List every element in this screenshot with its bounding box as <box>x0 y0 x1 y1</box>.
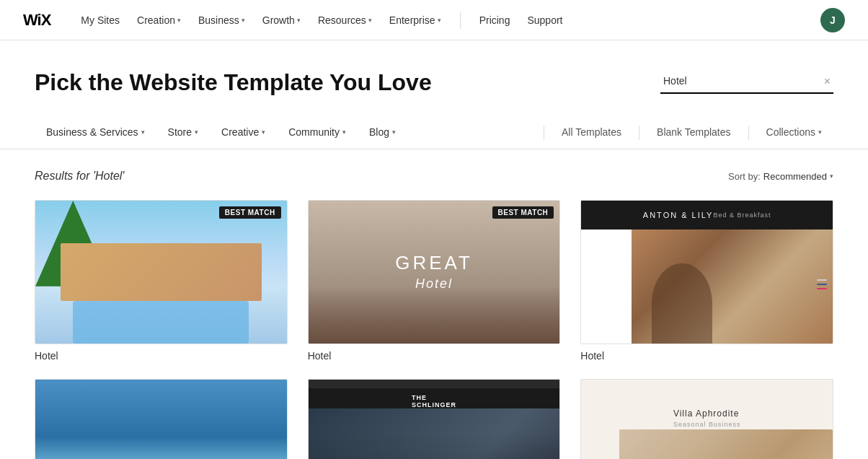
decoration: Villa AphroditeSeasonal Business <box>673 408 741 429</box>
decoration <box>817 279 827 289</box>
template-card[interactable]: GREAT Hotel BEST MATCH Hotel <box>308 200 561 362</box>
template-thumbnail: Villa AphroditeSeasonal Business YOUR PR… <box>580 379 833 459</box>
best-match-badge: BEST MATCH <box>219 206 281 219</box>
results-area: Results for 'Hotel' Sort by: Recommended… <box>0 149 868 459</box>
decoration <box>61 243 262 300</box>
template-card[interactable]: ANTON & LILYBed & Breakfast Hotel <box>580 200 833 362</box>
chevron-down-icon: ▾ <box>262 128 265 136</box>
template-card[interactable]: Villa AphroditeSeasonal Business YOUR PR… <box>580 379 833 459</box>
template-card[interactable]: LAGUNA RESORT LIKE IT SHOULD BE. Laguna … <box>35 379 288 459</box>
all-templates-tab[interactable]: All Templates <box>550 116 633 149</box>
template-thumbnail: LAGUNA RESORT LIKE IT SHOULD BE. <box>35 379 288 459</box>
decoration <box>309 287 560 344</box>
chevron-down-icon: ▾ <box>177 17 181 24</box>
nav-pricing[interactable]: Pricing <box>472 9 518 32</box>
cat-blog[interactable]: Blog ▾ <box>358 116 407 149</box>
best-match-badge: BEST MATCH <box>492 206 554 219</box>
template-thumbnail: GREAT Hotel BEST MATCH <box>308 200 561 344</box>
cat-store[interactable]: Store ▾ <box>156 116 210 149</box>
chevron-down-icon: ▾ <box>141 128 145 136</box>
hero-section: Pick the Website Template You Love × <box>0 40 868 116</box>
template-thumbnail: THESCHLINGERHOTEL <box>308 379 561 459</box>
chevron-down-icon: ▾ <box>195 128 198 136</box>
page-title: Pick the Website Template You Love <box>35 69 432 96</box>
nav-divider <box>460 12 461 29</box>
category-nav-left: Business & Services ▾ Store ▾ Creative ▾… <box>35 116 538 149</box>
decoration: ANTON & LILYBed & Breakfast <box>581 201 833 230</box>
template-card[interactable]: THESCHLINGERHOTEL Hotel <box>308 379 561 459</box>
decoration <box>73 301 249 344</box>
collections-tab[interactable]: Collections ▾ <box>755 116 833 149</box>
template-name: Hotel <box>308 350 561 362</box>
chevron-down-icon: ▾ <box>438 17 441 24</box>
nav-business[interactable]: Business ▾ <box>191 9 252 32</box>
template-name: Hotel <box>580 350 833 362</box>
cat-creative[interactable]: Creative ▾ <box>210 116 277 149</box>
cat-divider <box>748 126 749 140</box>
chevron-down-icon: ▾ <box>242 17 245 24</box>
template-thumbnail: BEST MATCH <box>35 200 288 344</box>
decoration <box>309 408 560 459</box>
nav-my-sites[interactable]: My Sites <box>74 9 127 32</box>
decoration <box>632 230 833 344</box>
chevron-down-icon: ▾ <box>297 17 301 24</box>
navbar: WiX My Sites Creation ▾ Business ▾ Growt… <box>0 0 868 40</box>
nav-resources[interactable]: Resources ▾ <box>311 9 379 32</box>
nav-creation[interactable]: Creation ▾ <box>130 9 188 32</box>
results-title: Results for 'Hotel' <box>35 170 124 183</box>
cat-community[interactable]: Community ▾ <box>277 116 358 149</box>
search-input[interactable] <box>660 69 833 94</box>
decoration <box>652 263 712 344</box>
sort-dropdown[interactable]: Sort by: Recommended ▾ <box>728 171 833 182</box>
chevron-down-icon: ▾ <box>342 128 346 136</box>
cat-divider <box>544 126 544 140</box>
user-avatar[interactable]: J <box>820 8 845 32</box>
decoration <box>619 429 833 459</box>
category-nav: Business & Services ▾ Store ▾ Creative ▾… <box>0 116 868 149</box>
search-clear-button[interactable]: × <box>824 75 831 88</box>
wix-logo[interactable]: WiX <box>23 11 50 30</box>
template-grid: BEST MATCH Hotel GREAT Hotel BEST MATCH … <box>35 200 833 459</box>
nav-support[interactable]: Support <box>520 9 570 32</box>
chevron-down-icon: ▾ <box>392 128 396 136</box>
results-header: Results for 'Hotel' Sort by: Recommended… <box>35 170 833 183</box>
chevron-down-icon: ▾ <box>830 172 833 180</box>
nav-growth[interactable]: Growth ▾ <box>255 9 308 32</box>
blank-templates-tab[interactable]: Blank Templates <box>645 116 742 149</box>
search-wrap: × <box>660 69 833 94</box>
cat-business-services[interactable]: Business & Services ▾ <box>35 116 156 149</box>
template-thumbnail: ANTON & LILYBed & Breakfast <box>580 200 833 344</box>
nav-links: My Sites Creation ▾ Business ▾ Growth ▾ … <box>74 9 820 32</box>
decoration <box>309 380 560 388</box>
nav-enterprise[interactable]: Enterprise ▾ <box>382 9 448 32</box>
cat-divider <box>639 126 639 140</box>
template-name: Hotel <box>35 350 288 362</box>
template-card[interactable]: BEST MATCH Hotel <box>35 200 288 362</box>
chevron-down-icon: ▾ <box>818 128 822 136</box>
category-nav-right: All Templates Blank Templates Collection… <box>538 116 833 149</box>
chevron-down-icon: ▾ <box>368 17 372 24</box>
decoration <box>309 408 560 459</box>
